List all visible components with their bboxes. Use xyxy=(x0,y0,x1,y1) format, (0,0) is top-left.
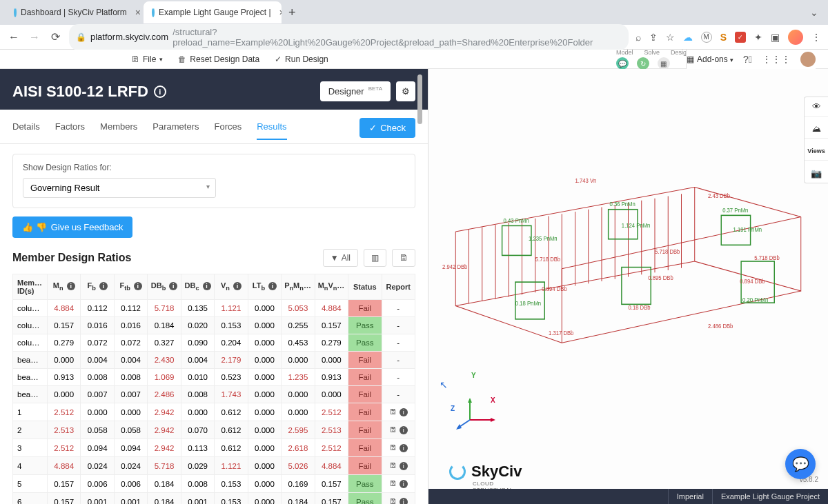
table-row[interactable]: 60.1570.0010.0010.1840.0010.1530.0000.18… xyxy=(13,493,415,505)
report-cell[interactable]: - xyxy=(382,369,415,386)
report-icon[interactable]: 🖺 xyxy=(389,461,397,470)
settings-button[interactable]: ⚙ xyxy=(396,81,415,101)
table-row[interactable]: beamx...0.9130.0080.0081.0690.0100.5230.… xyxy=(13,369,415,386)
new-tab-button[interactable]: + xyxy=(288,6,296,20)
project-name[interactable]: Example Light Gauge Project xyxy=(712,489,828,504)
designer-button[interactable]: DesignerBETA xyxy=(320,81,391,101)
report-icon[interactable]: 🖺 xyxy=(389,443,397,452)
model-viewport[interactable]: 👁 ⛰ Views 📷 xyxy=(428,69,828,504)
status-design-icon[interactable]: ▦ xyxy=(658,57,670,70)
column-header[interactable]: Vn i xyxy=(215,274,248,300)
info-icon[interactable]: i xyxy=(268,282,277,290)
info-icon[interactable]: i xyxy=(203,282,211,290)
report-cell[interactable]: - xyxy=(382,300,415,317)
reload-icon[interactable]: ⟳ xyxy=(48,30,62,43)
report-icon[interactable]: 🖺 xyxy=(389,425,397,434)
column-header[interactable]: Mn i xyxy=(48,274,81,300)
column-header[interactable]: Status xyxy=(348,274,382,300)
table-row[interactable]: 12.5120.0000.0002.9420.0000.6120.0000.00… xyxy=(13,403,415,421)
forward-icon[interactable]: → xyxy=(28,31,41,43)
reset-design-data[interactable]: 🗑Reset Design Data xyxy=(178,54,259,64)
menu-icon[interactable]: ⋮ xyxy=(811,32,821,43)
info-icon[interactable]: i xyxy=(400,498,408,504)
report-cell[interactable]: 🖺i xyxy=(382,475,415,493)
share-icon[interactable]: ⇪ xyxy=(649,32,658,43)
status-model-icon[interactable]: 💬 xyxy=(616,57,629,70)
info-icon[interactable]: i xyxy=(99,282,108,290)
tab-members[interactable]: Members xyxy=(100,121,137,140)
tab-details[interactable]: Details xyxy=(12,121,40,140)
table-row[interactable]: colum...4.8840.1120.1125.7180.1351.1210.… xyxy=(13,300,415,317)
column-header[interactable]: LTb i xyxy=(248,274,281,300)
report-cell[interactable]: - xyxy=(382,352,415,369)
table-row[interactable]: beamx...0.0000.0040.0042.4300.0042.1790.… xyxy=(13,352,415,369)
s-icon[interactable]: S xyxy=(720,32,727,43)
info-icon[interactable]: i xyxy=(67,282,75,290)
report-cell[interactable]: 🖺i xyxy=(382,439,415,457)
table-row[interactable]: 50.1570.0060.0060.1840.0080.1530.0000.16… xyxy=(13,475,415,493)
tab-results[interactable]: Results xyxy=(257,121,286,140)
browser-tab-dashboard[interactable]: Dashboard | SkyCiv Platform × xyxy=(6,1,144,23)
report-icon[interactable]: 🖺 xyxy=(389,407,397,416)
table-row[interactable]: colum...0.2790.0720.0720.3270.0900.2040.… xyxy=(13,334,415,352)
chevron-down-icon[interactable]: ⌄ xyxy=(810,7,818,18)
cloud-icon[interactable]: ☁ xyxy=(683,32,693,43)
url-bar[interactable]: 🔒 platform.skyciv.com/structural?preload… xyxy=(69,24,629,50)
governing-result-select[interactable]: Governing Result xyxy=(23,178,216,198)
extensions-icon[interactable]: ✦ xyxy=(754,32,762,43)
report-cell[interactable]: 🖺i xyxy=(382,457,415,475)
report-cell[interactable]: - xyxy=(382,386,415,403)
column-header[interactable]: MnVn i xyxy=(315,274,348,300)
file-menu[interactable]: 🖹File ▾ xyxy=(131,54,163,64)
info-icon[interactable]: i xyxy=(400,408,408,416)
star-icon[interactable]: ☆ xyxy=(666,32,675,43)
tab-factors[interactable]: Factors xyxy=(55,121,85,140)
report-cell[interactable]: 🖺i xyxy=(382,493,415,505)
report-cell[interactable]: 🖺i xyxy=(382,403,415,421)
tab-parameters[interactable]: Parameters xyxy=(152,121,199,140)
table-row[interactable]: 22.5130.0580.0582.9420.0700.6120.0002.59… xyxy=(13,421,415,439)
info-icon[interactable]: i xyxy=(154,85,166,98)
scrollbar-thumb[interactable] xyxy=(417,74,422,124)
report-cell[interactable]: - xyxy=(382,334,415,352)
column-header[interactable]: Report xyxy=(382,274,415,300)
report-icon[interactable]: 🖺 xyxy=(389,479,397,487)
report-cell[interactable]: 🖺i xyxy=(382,421,415,439)
table-row[interactable]: colum...0.1570.0160.0160.1840.0200.1530.… xyxy=(13,317,415,334)
camera-mode-icon[interactable]: ⛰ xyxy=(805,119,828,139)
chat-button[interactable]: 💬 xyxy=(785,449,816,479)
panel-icon[interactable]: ▣ xyxy=(771,32,780,43)
export-button[interactable]: 🖺 xyxy=(392,249,415,267)
columns-button[interactable]: ▥ xyxy=(364,249,386,267)
column-header[interactable]: DBb i xyxy=(148,274,181,300)
status-solve-icon[interactable]: ↻ xyxy=(637,57,649,70)
info-icon[interactable]: i xyxy=(400,480,408,488)
close-icon[interactable]: × xyxy=(279,7,282,18)
browser-tab-project[interactable]: Example Light Gauge Project | × xyxy=(144,1,282,23)
column-header[interactable]: Fb i xyxy=(81,274,114,300)
search-icon[interactable]: ⌕ xyxy=(635,32,641,43)
column-header[interactable]: Memb...ID(s) xyxy=(13,274,48,300)
info-icon[interactable]: i xyxy=(233,282,241,290)
back-icon[interactable]: ← xyxy=(7,31,21,43)
feedback-button[interactable]: 👍 👎 Give us Feedback xyxy=(12,216,132,238)
report-cell[interactable]: - xyxy=(382,317,415,334)
info-icon[interactable]: i xyxy=(134,282,142,290)
table-row[interactable]: beamx...0.0000.0070.0072.4860.0081.7430.… xyxy=(13,386,415,403)
tab-forces[interactable]: Forces xyxy=(214,121,241,140)
info-icon[interactable]: i xyxy=(400,426,408,434)
m-icon[interactable]: M xyxy=(701,32,712,43)
info-icon[interactable]: i xyxy=(169,282,177,290)
close-icon[interactable]: × xyxy=(135,7,141,18)
run-design[interactable]: ✓Run Design xyxy=(275,54,328,64)
help-icon[interactable]: ?⃝ xyxy=(743,54,752,65)
profile-avatar-icon[interactable] xyxy=(788,30,803,45)
table-row[interactable]: 32.5120.0940.0942.9420.1130.6120.0002.61… xyxy=(13,439,415,457)
views-button[interactable]: Views xyxy=(805,141,828,161)
apps-grid-icon[interactable]: ⋮⋮⋮ xyxy=(762,54,791,65)
table-row[interactable]: 44.8840.0240.0245.7180.0291.1210.0005.02… xyxy=(13,457,415,475)
column-header[interactable]: PnMn i xyxy=(282,274,315,300)
units-toggle[interactable]: Imperial xyxy=(668,489,712,504)
info-icon[interactable]: i xyxy=(400,444,408,452)
extension-badge-icon[interactable]: ✓ xyxy=(735,32,746,43)
